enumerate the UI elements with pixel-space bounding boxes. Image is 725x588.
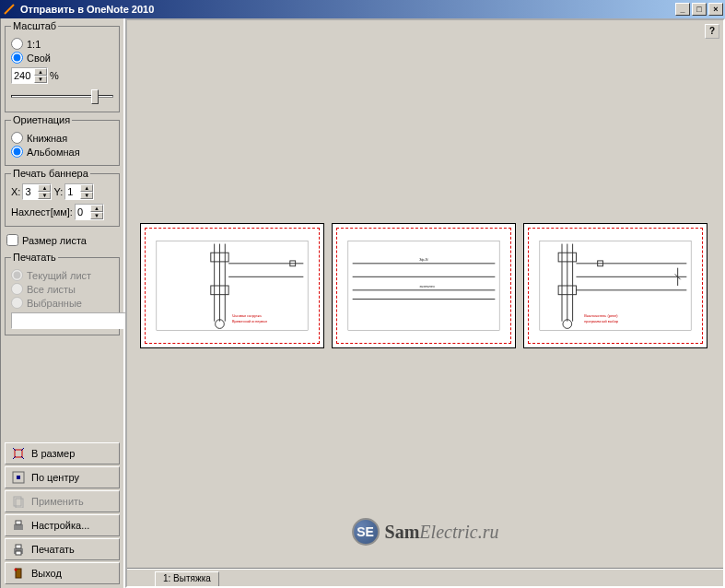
preview-page-1: Часовая нагрузка Временной интервал — [140, 223, 324, 348]
print-radio-all: Все листы — [11, 283, 113, 295]
overlap-label: Нахлест[мм]: — [11, 206, 73, 218]
spin-up-icon[interactable]: ▲ — [34, 68, 47, 76]
svg-rect-1 — [15, 450, 22, 457]
tab-bar: 1: Вытяжка — [127, 568, 723, 586]
scale-group: Масштаб 1:1 Свой ▲▼ % — [5, 26, 120, 112]
minimize-button[interactable]: _ — [675, 3, 690, 16]
overlap-input[interactable]: ▲▼ — [75, 204, 104, 220]
center-button[interactable]: По центру — [5, 466, 120, 488]
svg-rect-7 — [16, 521, 21, 524]
exit-button[interactable]: Выход — [5, 562, 120, 584]
banner-y-input[interactable]: ▲▼ — [64, 183, 94, 200]
printer-icon — [11, 542, 26, 557]
app-icon — [2, 2, 17, 17]
svg-text:Часовая нагрузка: Часовая нагрузка — [232, 314, 262, 318]
scale-slider[interactable] — [11, 88, 113, 106]
orientation-group: Ориетнация Книжная Альбомная — [5, 120, 120, 166]
preview-page-3: Выключатель (реле) программный выбор — [523, 223, 707, 348]
svg-rect-3 — [17, 476, 20, 479]
print-path-input[interactable] — [11, 312, 142, 329]
svg-point-12 — [15, 569, 18, 571]
spin-down-icon[interactable]: ▼ — [34, 76, 47, 83]
tab-sheet-1[interactable]: 1: Вытяжка — [155, 571, 219, 586]
svg-text:Выключатель (реле): Выключатель (реле) — [584, 314, 618, 318]
orientation-radio-landscape[interactable]: Альбомная — [11, 146, 113, 158]
svg-rect-10 — [16, 551, 21, 555]
banner-group: Печать баннера X: ▲▼ Y: ▲▼ Нахлест[мм]: … — [5, 173, 120, 227]
printer-setup-icon — [11, 518, 26, 533]
center-icon — [11, 470, 26, 485]
apply-icon — [11, 494, 26, 509]
scale-value-input[interactable]: ▲▼ — [11, 67, 48, 84]
preview-panel: ? Часовая нагрузка Временной интервал — [125, 18, 725, 588]
svg-text:Временной интервал: Временной интервал — [232, 320, 267, 323]
preview-page-2: 3ф-N заземлен — [332, 223, 516, 348]
apply-button: Применить — [5, 490, 120, 512]
svg-text:программный выбор: программный выбор — [584, 320, 618, 323]
svg-text:3ф-N: 3ф-N — [419, 258, 428, 262]
watermark-logo-icon: SE — [352, 518, 380, 546]
scale-legend: Масштаб — [11, 20, 58, 31]
scale-radio-1to1[interactable]: 1:1 — [11, 38, 113, 50]
banner-legend: Печать баннера — [11, 168, 90, 179]
sidebar: Масштаб 1:1 Свой ▲▼ % Ориетн — [0, 18, 125, 588]
scale-radio-custom[interactable]: Свой — [11, 52, 113, 64]
percent-label: % — [50, 70, 59, 81]
print-group: Печатать Текущий лист Все листы Выбранны… — [5, 257, 120, 335]
exit-icon — [11, 566, 26, 581]
title-bar: Отправить в OneNote 2010 _ □ × — [0, 0, 725, 18]
fit-icon — [11, 446, 26, 461]
maximize-button[interactable]: □ — [692, 3, 707, 16]
close-button[interactable]: × — [708, 3, 723, 16]
window-title: Отправить в OneNote 2010 — [20, 4, 673, 15]
setup-button[interactable]: Настройка... — [5, 514, 120, 536]
svg-line-0 — [5, 5, 14, 14]
slider-thumb[interactable] — [91, 89, 99, 104]
x-label: X: — [11, 186, 20, 197]
preview-area[interactable]: Часовая нагрузка Временной интервал 3ф-N… — [127, 20, 723, 568]
print-button[interactable]: Печатать — [5, 538, 120, 560]
svg-text:заземлен: заземлен — [419, 285, 435, 288]
svg-rect-6 — [14, 524, 23, 530]
sheetsize-checkbox[interactable]: Размер листа — [6, 234, 118, 246]
svg-rect-9 — [16, 545, 21, 548]
orientation-legend: Ориетнация — [11, 114, 72, 125]
banner-x-input[interactable]: ▲▼ — [22, 183, 52, 200]
print-radio-current: Текущий лист — [11, 269, 113, 281]
print-legend: Печатать — [11, 252, 58, 263]
orientation-radio-portrait[interactable]: Книжная — [11, 132, 113, 144]
watermark: SE SamElectric.ru — [352, 518, 499, 546]
y-label: Y: — [53, 186, 63, 197]
print-radio-selected: Выбранные — [11, 297, 113, 309]
fit-button[interactable]: В размер — [5, 442, 120, 465]
